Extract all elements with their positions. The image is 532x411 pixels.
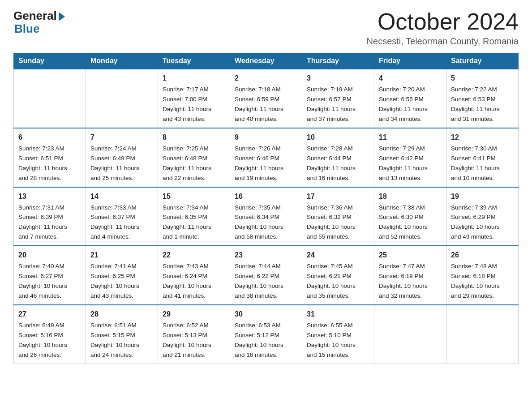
calendar-day-header: Sunday [14,53,86,69]
day-number: 15 [163,191,225,202]
day-info: Sunrise: 7:33 AMSunset: 6:37 PMDaylight:… [90,204,139,240]
day-info: Sunrise: 7:44 AMSunset: 6:22 PMDaylight:… [235,263,283,299]
calendar-table: SundayMondayTuesdayWednesdayThursdayFrid… [13,53,519,364]
calendar-cell: 9Sunrise: 7:26 AMSunset: 6:46 PMDaylight… [230,128,302,187]
calendar-cell: 16Sunrise: 7:35 AMSunset: 6:34 PMDayligh… [230,187,302,246]
subtitle: Necsesti, Teleorman County, Romania [367,36,519,47]
day-number: 11 [379,132,442,143]
calendar-cell: 12Sunrise: 7:30 AMSunset: 6:41 PMDayligh… [446,128,519,187]
calendar-cell: 22Sunrise: 7:43 AMSunset: 6:24 PMDayligh… [158,246,230,305]
day-info: Sunrise: 7:23 AMSunset: 6:51 PMDaylight:… [18,145,67,181]
day-info: Sunrise: 7:20 AMSunset: 6:55 PMDaylight:… [379,86,428,122]
day-info: Sunrise: 7:36 AMSunset: 6:32 PMDaylight:… [307,204,356,240]
calendar-cell: 14Sunrise: 7:33 AMSunset: 6:37 PMDayligh… [86,187,158,246]
day-number: 31 [307,309,369,320]
day-number: 4 [379,73,442,84]
main-title: October 2024 [367,9,519,34]
calendar-cell: 17Sunrise: 7:36 AMSunset: 6:32 PMDayligh… [302,187,374,246]
day-info: Sunrise: 6:52 AMSunset: 5:13 PMDaylight:… [163,322,211,358]
calendar-week-row: 13Sunrise: 7:31 AMSunset: 6:39 PMDayligh… [14,187,519,246]
calendar-week-row: 27Sunrise: 6:49 AMSunset: 5:16 PMDayligh… [14,305,519,364]
day-info: Sunrise: 7:38 AMSunset: 6:30 PMDaylight:… [379,204,428,240]
calendar-cell: 21Sunrise: 7:41 AMSunset: 6:25 PMDayligh… [86,246,158,305]
calendar-cell: 27Sunrise: 6:49 AMSunset: 5:16 PMDayligh… [14,305,86,364]
logo-general-text: General [13,9,57,23]
day-number: 16 [235,191,297,202]
calendar-cell: 2Sunrise: 7:18 AMSunset: 6:59 PMDaylight… [230,69,302,128]
day-number: 22 [163,250,225,261]
calendar-day-header: Saturday [446,53,519,69]
day-info: Sunrise: 7:41 AMSunset: 6:25 PMDaylight:… [90,263,139,299]
calendar-cell: 26Sunrise: 7:48 AMSunset: 6:18 PMDayligh… [446,246,519,305]
day-info: Sunrise: 7:48 AMSunset: 6:18 PMDaylight:… [451,263,500,299]
day-number: 2 [235,73,297,84]
logo: General Blue [13,9,65,34]
calendar-cell: 1Sunrise: 7:17 AMSunset: 7:00 PMDaylight… [158,69,230,128]
day-number: 13 [18,191,81,202]
day-number: 5 [451,73,514,84]
calendar-cell: 6Sunrise: 7:23 AMSunset: 6:51 PMDaylight… [14,128,86,187]
day-number: 20 [18,250,81,261]
page-header: General Blue October 2024 Necsesti, Tele… [13,9,519,47]
day-info: Sunrise: 7:43 AMSunset: 6:24 PMDaylight:… [163,263,211,299]
day-info: Sunrise: 7:47 AMSunset: 6:19 PMDaylight:… [379,263,428,299]
calendar-cell: 5Sunrise: 7:22 AMSunset: 6:53 PMDaylight… [446,69,519,128]
calendar-day-header: Wednesday [230,53,302,69]
day-info: Sunrise: 6:53 AMSunset: 5:12 PMDaylight:… [235,322,283,358]
day-number: 7 [90,132,153,143]
calendar-cell: 3Sunrise: 7:19 AMSunset: 6:57 PMDaylight… [302,69,374,128]
day-info: Sunrise: 6:55 AMSunset: 5:10 PMDaylight:… [307,322,356,358]
calendar-cell: 8Sunrise: 7:25 AMSunset: 6:48 PMDaylight… [158,128,230,187]
calendar-week-row: 1Sunrise: 7:17 AMSunset: 7:00 PMDaylight… [14,69,519,128]
calendar-cell: 28Sunrise: 6:51 AMSunset: 5:15 PMDayligh… [86,305,158,364]
day-info: Sunrise: 7:31 AMSunset: 6:39 PMDaylight:… [18,204,67,240]
calendar-week-row: 20Sunrise: 7:40 AMSunset: 6:27 PMDayligh… [14,246,519,305]
calendar-day-header: Friday [374,53,446,69]
calendar-cell [14,69,86,128]
day-number: 21 [90,250,153,261]
calendar-cell: 10Sunrise: 7:28 AMSunset: 6:44 PMDayligh… [302,128,374,187]
calendar-day-header: Monday [86,53,158,69]
day-info: Sunrise: 7:40 AMSunset: 6:27 PMDaylight:… [18,263,67,299]
day-number: 18 [379,191,442,202]
calendar-cell [374,305,446,364]
calendar-cell: 19Sunrise: 7:39 AMSunset: 6:29 PMDayligh… [446,187,519,246]
title-block: October 2024 Necsesti, Teleorman County,… [367,9,519,47]
day-number: 9 [235,132,297,143]
day-number: 17 [307,191,369,202]
calendar-cell: 25Sunrise: 7:47 AMSunset: 6:19 PMDayligh… [374,246,446,305]
calendar-cell: 13Sunrise: 7:31 AMSunset: 6:39 PMDayligh… [14,187,86,246]
day-number: 19 [451,191,514,202]
calendar-header-row: SundayMondayTuesdayWednesdayThursdayFrid… [14,53,519,69]
day-number: 25 [379,250,442,261]
day-number: 24 [307,250,369,261]
day-info: Sunrise: 7:22 AMSunset: 6:53 PMDaylight:… [451,86,500,122]
day-info: Sunrise: 7:19 AMSunset: 6:57 PMDaylight:… [307,86,356,122]
day-info: Sunrise: 6:51 AMSunset: 5:15 PMDaylight:… [90,322,139,358]
day-info: Sunrise: 7:18 AMSunset: 6:59 PMDaylight:… [235,86,283,122]
day-number: 12 [451,132,514,143]
day-number: 1 [163,73,225,84]
day-info: Sunrise: 7:28 AMSunset: 6:44 PMDaylight:… [307,145,356,181]
day-number: 8 [163,132,225,143]
day-info: Sunrise: 7:26 AMSunset: 6:46 PMDaylight:… [235,145,283,181]
calendar-cell: 29Sunrise: 6:52 AMSunset: 5:13 PMDayligh… [158,305,230,364]
day-number: 30 [235,309,297,320]
day-info: Sunrise: 7:25 AMSunset: 6:48 PMDaylight:… [163,145,211,181]
calendar-week-row: 6Sunrise: 7:23 AMSunset: 6:51 PMDaylight… [14,128,519,187]
calendar-cell: 15Sunrise: 7:34 AMSunset: 6:35 PMDayligh… [158,187,230,246]
day-info: Sunrise: 7:45 AMSunset: 6:21 PMDaylight:… [307,263,356,299]
calendar-cell [446,305,519,364]
calendar-day-header: Tuesday [158,53,230,69]
day-info: Sunrise: 7:39 AMSunset: 6:29 PMDaylight:… [451,204,500,240]
day-number: 14 [90,191,153,202]
calendar-cell: 23Sunrise: 7:44 AMSunset: 6:22 PMDayligh… [230,246,302,305]
day-info: Sunrise: 7:35 AMSunset: 6:34 PMDaylight:… [235,204,283,240]
day-number: 27 [18,309,81,320]
calendar-cell: 30Sunrise: 6:53 AMSunset: 5:12 PMDayligh… [230,305,302,364]
day-info: Sunrise: 7:24 AMSunset: 6:49 PMDaylight:… [90,145,139,181]
day-number: 28 [90,309,153,320]
calendar-cell: 7Sunrise: 7:24 AMSunset: 6:49 PMDaylight… [86,128,158,187]
calendar-cell: 18Sunrise: 7:38 AMSunset: 6:30 PMDayligh… [374,187,446,246]
day-info: Sunrise: 7:34 AMSunset: 6:35 PMDaylight:… [163,204,211,240]
